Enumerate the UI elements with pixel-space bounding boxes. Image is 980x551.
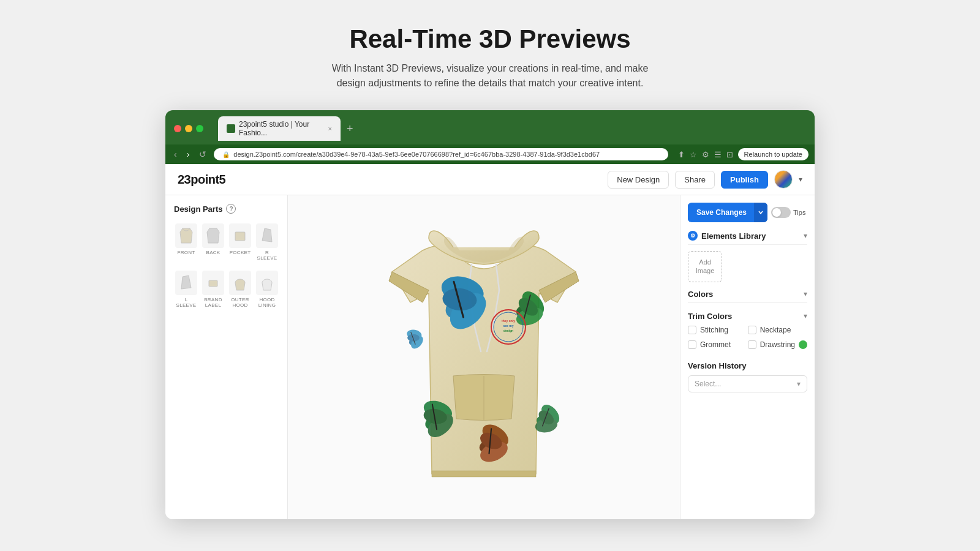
part-thumb-back: [202, 223, 224, 248]
part-item-rsleeve[interactable]: R SLEEVE: [255, 221, 279, 263]
trim-colors-title: Trim Colors: [688, 312, 732, 321]
svg-text:design: design: [503, 329, 513, 332]
share-button[interactable]: Share: [675, 171, 715, 189]
stitching-checkbox[interactable]: [688, 326, 696, 334]
part-item-back[interactable]: BACK: [201, 221, 225, 263]
colors-header: Colors ▾: [688, 290, 807, 303]
design-parts-header: Design Parts ?: [174, 204, 279, 214]
tips-toggle-row: Tips: [771, 207, 805, 218]
readinglist-icon[interactable]: ☰: [714, 150, 722, 159]
app-logo: 23point5: [178, 173, 601, 187]
svg-text:they only: they only: [502, 319, 515, 323]
version-history-title: Version History: [688, 361, 807, 370]
browser-addressbar: ‹ › ↺ 🔒 design.23point5.com/create/a30d3…: [165, 144, 815, 164]
add-image-button[interactable]: Add Image: [688, 251, 722, 282]
elements-library-title: ⚙ Elements Library: [688, 231, 766, 241]
necktape-label: Necktape: [760, 326, 791, 334]
svg-rect-1: [209, 280, 217, 287]
hoodie-svg: they only see my design: [380, 229, 588, 486]
user-menu-chevron-icon[interactable]: ▾: [799, 175, 802, 184]
part-label-pocket: POCKET: [230, 250, 251, 255]
part-thumb-brandlabel: [202, 271, 224, 295]
drawstring-color-dot: [799, 340, 807, 349]
relaunch-button[interactable]: Relaunch to update: [738, 148, 809, 160]
page-subtitle: With Instant 3D Previews, visualize your…: [331, 61, 649, 91]
part-label-outerhood: OUTER HOOD: [229, 297, 251, 308]
back-button[interactable]: ‹: [172, 148, 179, 160]
minimize-traffic-light[interactable]: [185, 125, 192, 132]
app-body: Design Parts ? FRONT: [165, 195, 815, 519]
lock-icon: 🔒: [222, 151, 230, 158]
user-avatar[interactable]: [774, 170, 793, 189]
share-icon[interactable]: ⬆: [678, 150, 685, 159]
save-changes-button[interactable]: Save Changes: [688, 204, 755, 221]
parts-grid-row1: FRONT BACK: [174, 221, 279, 263]
version-select[interactable]: Select... ▾: [688, 375, 807, 392]
browser-chrome: 23point5 studio | Your Fashio... × + ‹ ›…: [165, 110, 815, 164]
version-select-placeholder: Select...: [695, 380, 721, 388]
part-thumb-outerhood: [229, 271, 251, 295]
part-item-hoodlining[interactable]: HOOD LINING: [255, 268, 279, 310]
elements-library-section: ⚙ Elements Library ▾: [688, 231, 807, 245]
extensions-icon[interactable]: ⚙: [702, 150, 709, 159]
app-content: 23point5 New Design Share Publish ▾ Desi…: [165, 164, 815, 519]
part-item-lsleeve[interactable]: L SLEEVE: [174, 268, 198, 310]
part-label-back: BACK: [206, 250, 221, 255]
trim-colors-section: Trim Colors ▾ Stitching Necktape: [688, 312, 807, 353]
part-label-brandlabel: BRAND LABEL: [202, 297, 224, 308]
drawstring-row: Drawstring: [748, 340, 807, 349]
close-traffic-light[interactable]: [174, 125, 181, 132]
forward-button[interactable]: ›: [184, 148, 192, 160]
center-panel: they only see my design: [288, 195, 680, 519]
save-changes-row: Save Changes Tips: [688, 203, 807, 222]
stitching-label: Stitching: [700, 326, 728, 334]
svg-rect-0: [235, 232, 245, 241]
address-field[interactable]: 🔒 design.23point5.com/create/a30d39e4-9e…: [214, 148, 668, 160]
fullscreen-traffic-light[interactable]: [196, 125, 203, 132]
tab-favicon: [227, 124, 235, 133]
parts-grid-row2: L SLEEVE BRAND LABEL: [174, 268, 279, 310]
svg-point-33: [407, 334, 420, 341]
browser-tab[interactable]: 23point5 studio | Your Fashio... ×: [218, 116, 341, 141]
tab-groups-icon[interactable]: ⊡: [726, 150, 733, 159]
tips-toggle[interactable]: [771, 207, 791, 218]
part-thumb-pocket: [229, 223, 251, 248]
elements-library-chevron-icon[interactable]: ▾: [804, 231, 807, 240]
traffic-lights: [174, 125, 203, 132]
colors-chevron-icon[interactable]: ▾: [804, 290, 807, 298]
browser-tab-bar: 23point5 studio | Your Fashio... × +: [209, 116, 366, 141]
tab-close-icon[interactable]: ×: [328, 125, 332, 132]
grommet-row: Grommet: [688, 340, 742, 349]
bookmark-icon[interactable]: ☆: [690, 150, 697, 159]
grommet-checkbox[interactable]: [688, 340, 696, 349]
version-history-section: Version History Select... ▾: [688, 361, 807, 392]
part-item-brandlabel[interactable]: BRAND LABEL: [201, 268, 225, 310]
part-item-front[interactable]: FRONT: [174, 221, 198, 263]
part-item-outerhood[interactable]: OUTER HOOD: [228, 268, 252, 310]
drawstring-checkbox[interactable]: [748, 340, 756, 349]
part-thumb-hoodlining: [256, 271, 278, 295]
part-item-pocket[interactable]: POCKET: [228, 221, 252, 263]
reload-button[interactable]: ↺: [197, 148, 209, 160]
trim-colors-header: Trim Colors ▾: [688, 312, 807, 321]
elements-library-icon: ⚙: [688, 231, 698, 241]
help-icon[interactable]: ?: [226, 204, 236, 214]
publish-button[interactable]: Publish: [721, 171, 768, 189]
design-parts-title: Design Parts: [174, 204, 222, 214]
necktape-checkbox[interactable]: [748, 326, 756, 334]
new-tab-button[interactable]: +: [343, 122, 357, 135]
trim-colors-chevron-icon[interactable]: ▾: [804, 312, 807, 320]
version-select-chevron-icon: ▾: [797, 380, 801, 388]
part-label-lsleeve: L SLEEVE: [175, 297, 197, 308]
svg-text:see my: see my: [503, 324, 514, 328]
tips-label: Tips: [793, 209, 805, 216]
browser-actions: ⬆ ☆ ⚙ ☰ ⊡ Relaunch to update: [678, 148, 809, 160]
part-label-rsleeve: R SLEEVE: [256, 250, 278, 261]
tips-toggle-knob: [772, 208, 781, 217]
save-changes-dropdown-icon[interactable]: [754, 203, 767, 222]
colors-section: Colors ▾: [688, 290, 807, 303]
url-text: design.23point5.com/create/a30d39e4-9e78…: [233, 151, 600, 158]
part-thumb-lsleeve: [175, 271, 197, 295]
new-design-button[interactable]: New Design: [608, 171, 669, 189]
hoodie-preview: they only see my design: [380, 229, 588, 486]
